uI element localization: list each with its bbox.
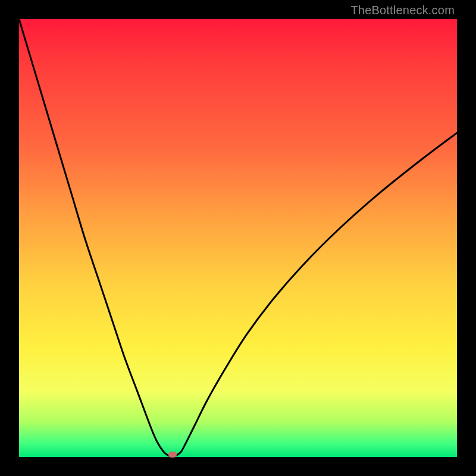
chart-plot-area xyxy=(19,19,457,457)
marker-dot xyxy=(168,452,177,458)
attribution-text: TheBottleneck.com xyxy=(350,4,455,17)
bottleneck-curve xyxy=(19,19,457,457)
